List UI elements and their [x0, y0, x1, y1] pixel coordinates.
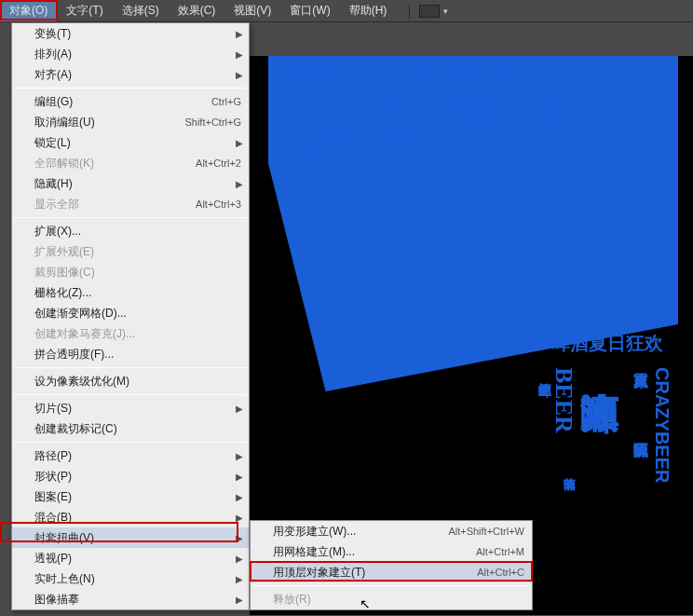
menu-align[interactable]: 对齐(A)▶: [12, 64, 249, 85]
separator: [14, 88, 247, 89]
text: BEER: [550, 367, 578, 433]
menu-transform[interactable]: 变换(T)▶: [12, 23, 249, 44]
menu-flatten[interactable]: 拼合透明度(F)...: [12, 344, 249, 364]
submenu-arrow-icon: ▶: [236, 138, 243, 148]
submenu-arrow-icon: ▶: [236, 513, 243, 523]
text: CRAZYBEER: [565, 97, 587, 212]
menu-hide[interactable]: 隐藏(H)▶: [12, 173, 249, 194]
text: 啤酒夏日狂欢: [551, 334, 663, 352]
submenu-arrow-icon: ▶: [236, 492, 243, 502]
menu-pattern[interactable]: 图案(E)▶: [12, 486, 249, 507]
submenu-arrow-icon: ▶: [236, 554, 243, 564]
menu-view[interactable]: 视图(V): [224, 0, 280, 21]
separator: [14, 367, 247, 368]
text: SDESIGN: [449, 108, 504, 120]
separator: [14, 394, 247, 395]
menu-type[interactable]: 文字(T): [57, 0, 112, 21]
submenu-arrow-icon: ▶: [236, 29, 243, 39]
menu-show-all[interactable]: 显示全部Alt+Ctrl+3: [12, 194, 249, 214]
submenu-arrow-icon: ▶: [236, 472, 243, 482]
text: 纯色啤酒夏日狂欢: [408, 63, 572, 84]
menu-perspective[interactable]: 透视(P)▶: [12, 548, 249, 568]
menu-slice[interactable]: 切片(S)▶: [12, 398, 249, 418]
menu-crop[interactable]: 裁剪图像(C): [12, 262, 249, 282]
menu-object[interactable]: 对象(O): [0, 0, 57, 21]
object-menu: 变换(T)▶ 排列(A)▶ 对齐(A)▶ 编组(G)Ctrl+G 取消编组(U)…: [11, 22, 250, 610]
submenu-arrow-icon: ▶: [236, 404, 243, 414]
text: CRAZYBEER: [651, 367, 673, 483]
menu-gradient-mesh[interactable]: 创建渐变网格(D)...: [12, 303, 249, 323]
text: 啤酒狂欢节: [278, 63, 380, 84]
text: ARTMAN: [449, 93, 501, 105]
submenu-arrow-icon: ▶: [236, 595, 243, 605]
menu-make-with-mesh[interactable]: 用网格建立(M)...Alt+Ctrl+M: [251, 541, 532, 562]
menu-select[interactable]: 选择(S): [113, 0, 169, 21]
submenu-arrow-icon: ▶: [236, 451, 243, 461]
envelope-submenu: 用变形建立(W)...Alt+Shift+Ctrl+W 用网格建立(M)...A…: [250, 520, 533, 610]
menu-arrange[interactable]: 排列(A)▶: [12, 44, 249, 64]
menu-ungroup[interactable]: 取消编组(U)Shift+Ctrl+G: [12, 112, 249, 132]
menu-path[interactable]: 路径(P)▶: [12, 445, 249, 466]
menubar: 对象(O) 文字(T) 选择(S) 效果(C) 视图(V) 窗口(W) 帮助(H…: [0, 0, 693, 22]
toolbar-swatch[interactable]: [419, 5, 440, 18]
submenu-arrow-icon: ▶: [236, 70, 243, 80]
menu-expand[interactable]: 扩展(X)...: [12, 221, 249, 241]
menu-rasterize[interactable]: 栅格化(Z)...: [12, 282, 249, 303]
menu-shape[interactable]: 形状(P)▶: [12, 466, 249, 486]
menu-help[interactable]: 帮助(H): [340, 0, 397, 21]
menu-pixel-perfect[interactable]: 设为像素级优化(M): [12, 371, 249, 391]
menu-lock[interactable]: 锁定(L)▶: [12, 132, 249, 153]
menu-window[interactable]: 窗口(W): [280, 0, 339, 21]
menu-mosaic[interactable]: 创建对象马赛克(J)...: [12, 323, 249, 344]
text: BEER: [313, 91, 412, 125]
menu-live-paint[interactable]: 实时上色(N)▶: [12, 568, 249, 589]
menu-blend[interactable]: 混合(B)▶: [12, 507, 249, 527]
submenu-arrow-icon: ▶: [236, 533, 243, 543]
menu-unlock-all[interactable]: 全部解锁(K)Alt+Ctrl+2: [12, 153, 249, 173]
separator: [14, 217, 247, 218]
cursor-icon: ↖: [360, 596, 371, 611]
submenu-arrow-icon: ▶: [236, 179, 243, 189]
menu-envelope-distort[interactable]: 封套扭曲(V)▶: [12, 527, 249, 548]
text: 纯生啤酒清爽夏日啤酒节邀您畅饮: [287, 132, 427, 142]
separator: [14, 442, 247, 443]
menu-image-trace[interactable]: 图像描摹▶: [12, 589, 249, 609]
menu-make-with-top[interactable]: 用顶层对象建立(T)Alt+Ctrl+C: [251, 562, 532, 582]
menu-effect[interactable]: 效果(C): [169, 0, 225, 21]
menu-expand-appearance[interactable]: 扩展外观(E): [12, 241, 249, 262]
menu-release[interactable]: 释放(R): [251, 589, 532, 609]
text: COLDBEERFESTIVAL: [298, 144, 448, 157]
dropdown-arrow-icon[interactable]: ▾: [443, 7, 448, 16]
menu-make-with-warp[interactable]: 用变形建立(W)...Alt+Shift+Ctrl+W: [251, 521, 532, 541]
menu-group[interactable]: 编组(G)Ctrl+G: [12, 91, 249, 112]
submenu-arrow-icon: ▶: [236, 49, 243, 60]
menu-trim-marks[interactable]: 创建裁切标记(C): [12, 418, 249, 439]
separator: [252, 585, 530, 586]
submenu-arrow-icon: ▶: [236, 574, 243, 584]
